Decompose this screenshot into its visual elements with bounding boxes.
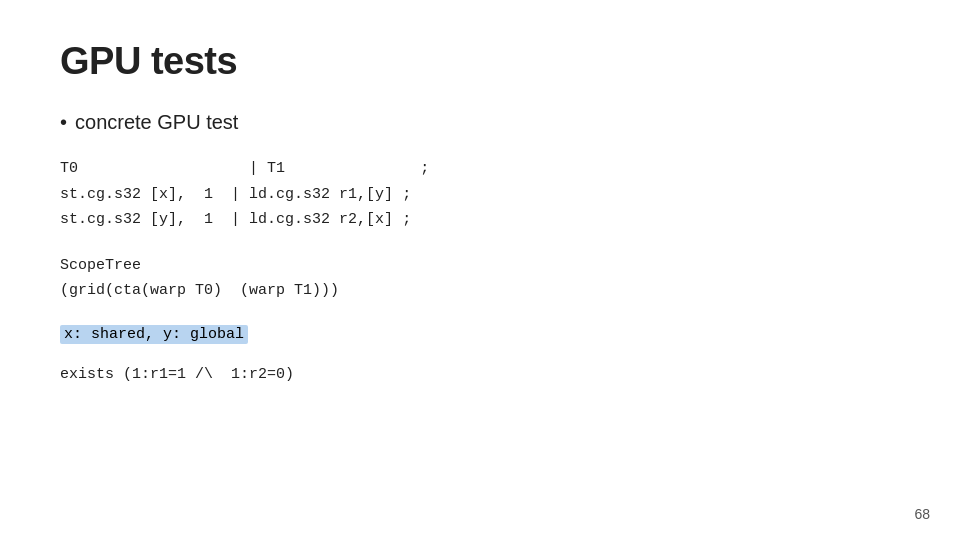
- code-st1: st.cg.s32 [x], 1: [60, 186, 213, 203]
- code-pipe3: |: [231, 211, 240, 228]
- page-number: 68: [914, 506, 930, 522]
- highlighted-text: x: shared, y: global: [60, 325, 248, 344]
- code-semi2: ;: [402, 186, 411, 203]
- bullet-dot: •: [60, 111, 67, 134]
- code-block-main: T0 | T1 ; st.cg.s32 [x], 1 | ld.cg.s32 r…: [60, 156, 900, 233]
- code-t0: T0: [60, 160, 78, 177]
- scope-line2: (grid(cta(warp T0) (warp T1))): [60, 282, 339, 299]
- scope-line1: ScopeTree: [60, 257, 141, 274]
- bullet-text: concrete GPU test: [75, 111, 238, 134]
- highlight-block: x: shared, y: global: [60, 324, 900, 344]
- code-semi3: ;: [402, 211, 411, 228]
- code-pipe1: |: [249, 160, 258, 177]
- exists-block: exists (1:r1=1 /\ 1:r2=0): [60, 362, 900, 388]
- code-t1: T1: [267, 160, 285, 177]
- slide-title: GPU tests: [60, 40, 900, 83]
- code-pipe2: |: [231, 186, 240, 203]
- exists-text: exists (1:r1=1 /\ 1:r2=0): [60, 366, 294, 383]
- code-st2: st.cg.s32 [y], 1: [60, 211, 213, 228]
- bullet-item: • concrete GPU test: [60, 111, 900, 134]
- code-semi1: ;: [420, 160, 429, 177]
- code-ld1: ld.cg.s32 r1,[y]: [249, 186, 393, 203]
- scope-tree-block: ScopeTree (grid(cta(warp T0) (warp T1))): [60, 253, 900, 304]
- slide-container: GPU tests • concrete GPU test T0 | T1 ; …: [0, 0, 960, 540]
- code-ld2: ld.cg.s32 r2,[x]: [249, 211, 393, 228]
